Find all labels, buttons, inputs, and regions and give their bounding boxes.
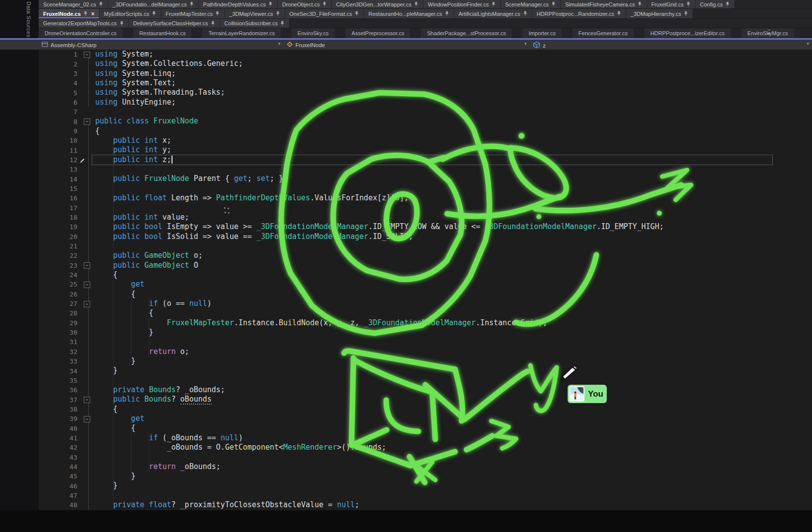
pin-icon[interactable] [280, 21, 285, 26]
tab-MyEditorScripts.cs[interactable]: MyEditorScripts.cs [100, 9, 161, 18]
tab-AssetPreprocessor.cs[interactable]: AssetPreprocessor.cs [346, 28, 410, 38]
pin-icon[interactable] [686, 1, 691, 7]
tab-OneSec3D_FileFormat.cs[interactable]: OneSec3D_FileFormat.cs [285, 9, 364, 18]
code-line-41[interactable]: 41 if (_oBounds == null) [39, 433, 812, 443]
code-line-34[interactable]: 34 } [39, 366, 812, 375]
code-editor[interactable]: 1−using System;2using System.Collections… [39, 50, 812, 510]
tab-PathfinderDepthValues.cs[interactable]: PathfinderDepthValues.cs [199, 0, 277, 8]
fold-marker[interactable]: − [84, 118, 90, 125]
code-line-48[interactable]: 48 private float? _proximityToClosestObs… [39, 500, 812, 510]
member-dropdown[interactable]: z [533, 41, 546, 50]
tab-ShaderPackage...stProcessor.cs[interactable]: ShaderPackage...stProcessor.cs [421, 28, 512, 38]
code-line-36[interactable]: 36 private Bounds? _oBounds; [39, 385, 812, 395]
data-sources-tab[interactable]: Data Sources [26, 1, 32, 38]
pin-icon[interactable] [83, 11, 88, 16]
tab-CityGen3DGen...torWrapper.cs[interactable]: CityGen3DGen...torWrapper.cs [332, 0, 423, 8]
pin-icon[interactable] [551, 1, 556, 7]
pin-icon[interactable] [322, 1, 327, 7]
code-line-27[interactable]: 27− if (o == null) [39, 299, 812, 308]
tab-DroneObject.cs[interactable]: DroneObject.cs [278, 0, 331, 8]
fold-marker[interactable]: − [84, 301, 90, 307]
code-line-35[interactable]: 35 [39, 376, 812, 385]
fold-marker[interactable]: − [84, 416, 90, 422]
pin-icon[interactable] [354, 11, 359, 16]
tab-SimulatedFisheyeCamera.cs[interactable]: SimulatedFisheyeCamera.cs [561, 0, 646, 8]
tab-_3DMapViewer.cs[interactable]: _3DMapViewer.cs [225, 9, 284, 18]
tab-HDRPPostproce...izerEditor.cs[interactable]: HDRPPostproce...izerEditor.cs [644, 28, 731, 38]
pin-icon[interactable] [617, 11, 621, 16]
tab-_3DFoundatio...delManager.cs[interactable]: _3DFoundatio...delManager.cs [108, 0, 198, 8]
pin-icon[interactable] [684, 11, 688, 16]
pin-icon[interactable] [276, 11, 280, 16]
code-line-46[interactable]: 46 } [39, 481, 812, 490]
pin-icon[interactable] [211, 21, 215, 26]
pin-icon[interactable] [119, 21, 124, 26]
fold-marker[interactable]: − [84, 282, 90, 288]
pin-icon[interactable] [414, 1, 418, 7]
code-line-22[interactable]: 22 public GameObject o; [39, 251, 812, 260]
tab-overflow-icon[interactable]: ▾ [768, 30, 770, 37]
tab-DroneOrientationController.cs[interactable]: DroneOrientationController.cs [39, 28, 122, 38]
code-line-38[interactable]: 38 { [39, 405, 812, 414]
tab-FruxelGrid.cs[interactable]: FruxelGrid.cs [647, 0, 695, 8]
tab-SceneManager.cs[interactable]: SceneManager.cs [501, 0, 560, 8]
fold-marker[interactable]: − [84, 52, 90, 58]
code-line-40[interactable]: 40 { [39, 423, 812, 433]
code-line-29[interactable]: 29 FruxelMapTester.Instance.BuildNode(x,… [39, 318, 812, 328]
code-line-10[interactable]: 10 public int x; [39, 136, 812, 145]
code-line-23[interactable]: 23− public GameObject O [39, 261, 812, 270]
tab-HDRPPostproc...Randomizer.cs[interactable]: HDRPPostproc...Randomizer.cs [532, 9, 626, 18]
code-line-17[interactable]: 17 [39, 203, 812, 213]
tab-TerrainLayerRandomizer.cs[interactable]: TerrainLayerRandomizer.cs [202, 28, 281, 38]
type-dropdown[interactable]: FruxelNode [287, 41, 325, 49]
code-line-45[interactable]: 45 } [39, 472, 812, 481]
pin-icon[interactable] [445, 11, 449, 16]
code-line-47[interactable]: 47 [39, 491, 812, 500]
code-line-3[interactable]: 3using System.Linq; [39, 69, 812, 78]
code-line-13[interactable]: 13 [39, 165, 812, 174]
code-line-1[interactable]: 1−using System; [39, 50, 812, 59]
code-line-9[interactable]: 9{ [39, 126, 812, 136]
chevron-down-icon[interactable]: ▾ [524, 41, 527, 46]
code-line-19[interactable]: 19 public bool IsEmpty => value >= _3DFo… [39, 222, 812, 232]
code-line-2[interactable]: 2using System.Collections.Generic; [39, 59, 812, 68]
fold-marker[interactable]: − [84, 262, 90, 269]
pin-icon[interactable] [152, 11, 156, 16]
code-line-16[interactable]: 16 public float Length => PathfinderDept… [39, 193, 812, 203]
code-line-8[interactable]: 8−public class FruxelNode [39, 117, 812, 126]
pin-icon[interactable] [523, 11, 527, 16]
pin-icon[interactable] [268, 1, 273, 7]
tab-Config.cs[interactable]: Config.cs [696, 0, 734, 8]
pin-icon[interactable] [491, 1, 496, 7]
code-line-28[interactable]: 28 { [39, 308, 812, 318]
code-line-11[interactable]: 11 public int y; [39, 145, 812, 155]
code-line-37[interactable]: 37− public Bounds? oBounds [39, 395, 812, 404]
code-line-5[interactable]: 5using System.Threading.Tasks; [39, 88, 812, 97]
code-line-42[interactable]: 42 _oBounds = O.GetComponent<MeshRendere… [39, 443, 812, 452]
code-line-15[interactable]: 15 [39, 184, 812, 193]
code-line-32[interactable]: 32 return o; [39, 347, 812, 356]
code-line-18[interactable]: 18 public int value; [39, 213, 812, 222]
tab-FruxelNode.cs[interactable]: FruxelNode.cs× [39, 9, 99, 18]
tab-ArtificialLightsManager.cs[interactable]: ArtificialLightsManager.cs [454, 9, 532, 18]
tab-SceneManager_02.cs[interactable]: SceneManager_02.cs [39, 0, 108, 8]
code-line-12[interactable]: 12 public int z; [39, 155, 812, 165]
tab-DeliverySurfaceClassHelper.cs[interactable]: DeliverySurfaceClassHelper.cs [129, 19, 220, 28]
chevron-down-icon[interactable]: ▾ [807, 41, 809, 46]
tab-_3DMapHierarchy.cs[interactable]: _3DMapHierarchy.cs [626, 9, 693, 18]
project-dropdown[interactable]: Assembly-CSharp [42, 41, 97, 49]
tab-Importer.cs[interactable]: Importer.cs [522, 28, 561, 38]
code-line-43[interactable]: 43 [39, 452, 812, 462]
code-line-31[interactable]: 31 [39, 337, 812, 347]
tab-CollisionSubscriber.cs[interactable]: CollisionSubscriber.cs [220, 19, 290, 28]
tab-RestaurantHook.cs[interactable]: RestaurantHook.cs [133, 28, 192, 38]
code-line-39[interactable]: 39− get [39, 414, 812, 423]
code-line-30[interactable]: 30 } [39, 328, 812, 337]
tab-RestaurantHo...pleManager.cs[interactable]: RestaurantHo...pleManager.cs [364, 9, 454, 18]
code-line-20[interactable]: 20 public bool IsSolid => value == _3DFo… [39, 232, 812, 241]
code-line-7[interactable]: 7 [39, 107, 812, 117]
code-line-24[interactable]: 24 { [39, 270, 812, 280]
pin-icon[interactable] [189, 1, 194, 7]
fold-marker[interactable]: − [84, 397, 90, 403]
pin-icon[interactable] [638, 1, 642, 7]
